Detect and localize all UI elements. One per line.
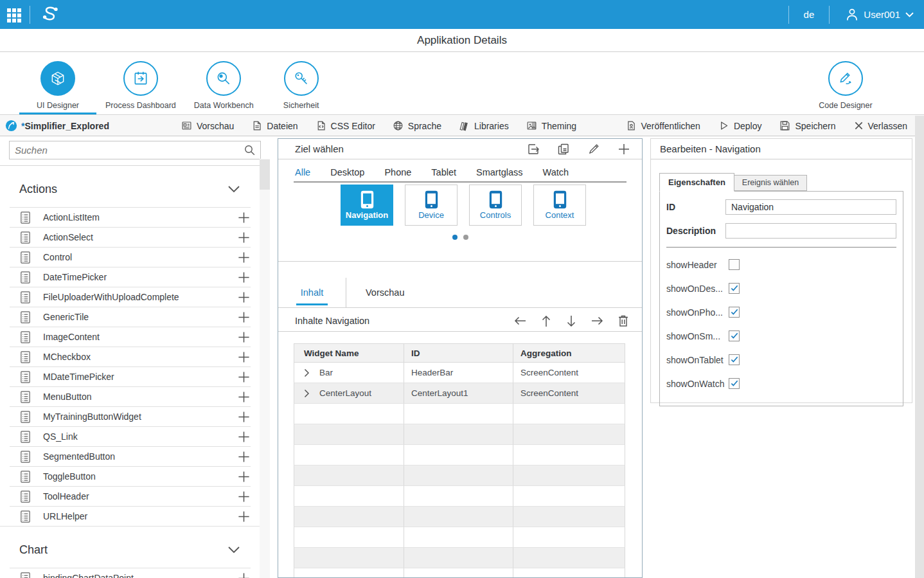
row-chevron-icon[interactable] (304, 368, 310, 377)
module-code-designer[interactable]: Code Designer (807, 52, 884, 114)
table-row-centerlayout1[interactable]: CenterLayoutCenterLayout1ScreenContent (294, 383, 625, 404)
add-widget-button[interactable] (237, 572, 251, 578)
checkbox-showontablet[interactable] (729, 354, 740, 365)
widget-item-control[interactable]: Control (10, 247, 251, 267)
screen-tile-navigation[interactable]: Navigation (341, 185, 393, 226)
widget-item-bindingchartdatapoint[interactable]: bindingChartDataPoint (10, 568, 251, 578)
module-sicherheit[interactable]: Sicherheit (263, 52, 340, 114)
module-process-dashboard[interactable]: Process Dashboard (96, 52, 185, 114)
move-right-icon[interactable] (591, 315, 604, 327)
table-row-empty[interactable] (294, 404, 625, 424)
table-row-empty[interactable] (294, 486, 625, 507)
search-icon[interactable] (244, 145, 255, 156)
widget-item-actionselect[interactable]: ActionSelect (10, 227, 251, 247)
palette-scrollbar-thumb[interactable] (260, 159, 270, 190)
add-widget-button[interactable] (237, 450, 251, 464)
device-tab-alle[interactable]: Alle (295, 167, 310, 181)
table-row-empty[interactable] (294, 527, 625, 548)
checkbox-showheader[interactable] (729, 259, 740, 270)
toolbar-ver-ffentlichen[interactable]: Veröffentlichen (626, 120, 700, 131)
search-input[interactable] (10, 145, 244, 156)
simplifier-logo-icon[interactable] (37, 5, 60, 24)
widget-item-toolheader[interactable]: ToolHeader (10, 486, 251, 506)
add-widget-button[interactable] (237, 430, 251, 444)
checkbox-showonpho[interactable] (729, 307, 740, 318)
palette-section-actions[interactable]: Actions (0, 166, 270, 207)
delete-trash-icon[interactable] (617, 314, 629, 327)
content-tab-vorschau[interactable]: Vorschau (346, 278, 423, 307)
widget-item-menubutton[interactable]: MenuButton (10, 386, 251, 406)
screen-tile-device[interactable]: Device (405, 185, 458, 226)
screen-tile-controls[interactable]: Controls (469, 185, 522, 226)
inspector-tab-eigenschaften[interactable]: Eigenschaften (659, 173, 734, 192)
palette-section-chart[interactable]: Chart (0, 527, 270, 568)
user-menu[interactable]: User001 (837, 8, 924, 21)
add-widget-button[interactable] (237, 271, 251, 284)
widget-item-qs-link[interactable]: QS_Link (10, 426, 251, 446)
content-tab-inhalt[interactable]: Inhalt (278, 278, 346, 307)
widget-item-actionlistitem[interactable]: ActionListItem (10, 207, 251, 227)
add-widget-button[interactable] (237, 231, 251, 244)
device-tab-tablet[interactable]: Tablet (431, 167, 456, 181)
toolbar-theming[interactable]: Theming (526, 120, 576, 131)
add-widget-button[interactable] (237, 251, 251, 264)
checkbox-showonwatch[interactable] (729, 378, 740, 389)
edit-pencil-icon[interactable] (587, 143, 600, 156)
add-widget-button[interactable] (237, 390, 251, 404)
app-launcher-grid-icon[interactable] (6, 6, 22, 23)
goto-screen-icon[interactable] (527, 143, 540, 156)
widget-item-mytrainingbuttonwidget[interactable]: MyTrainingButtonWidget (10, 406, 251, 426)
widget-item-togglebutton[interactable]: ToggleButton (10, 466, 251, 486)
widget-item-generictile[interactable]: GenericTile (10, 307, 251, 327)
language-selector[interactable]: de (796, 9, 822, 20)
widget-item-urlhelper[interactable]: URLHelper (10, 506, 251, 526)
table-row-headerbar[interactable]: BarHeaderBarScreenContent (294, 363, 625, 383)
add-widget-button[interactable] (237, 291, 251, 304)
widget-item-segmentedbutton[interactable]: SegmentedButton (10, 446, 251, 466)
checkbox-showonsm[interactable] (729, 330, 740, 341)
toolbar-sprache[interactable]: Sprache (393, 120, 441, 131)
module-data-workbench[interactable]: Data Workbench (185, 52, 263, 114)
table-row-empty[interactable] (294, 445, 625, 465)
add-widget-button[interactable] (237, 510, 251, 523)
widget-item-mdatetimepicker[interactable]: MDateTimePicker (10, 366, 251, 386)
add-widget-button[interactable] (237, 311, 251, 324)
table-row-empty[interactable] (294, 424, 625, 445)
module-ui-designer[interactable]: UI Designer (19, 52, 96, 114)
add-widget-button[interactable] (237, 211, 251, 224)
device-tab-desktop[interactable]: Desktop (330, 167, 364, 181)
table-row-empty[interactable] (294, 568, 625, 578)
add-widget-button[interactable] (237, 470, 251, 483)
toolbar-deploy[interactable]: Deploy (718, 120, 762, 131)
device-tab-smartglass[interactable]: Smartglass (476, 167, 523, 181)
widget-item-datetimepicker[interactable]: DateTimePicker (10, 267, 251, 287)
toolbar-dateien[interactable]: Dateien (251, 120, 298, 131)
toolbar-libraries[interactable]: Libraries (459, 120, 509, 131)
add-screen-icon[interactable] (617, 143, 630, 156)
toolbar-speichern[interactable]: Speichern (779, 120, 835, 131)
move-down-icon[interactable] (565, 314, 577, 328)
copy-screen-icon[interactable] (557, 143, 570, 156)
window-scrollbar[interactable] (915, 116, 924, 578)
inspector-tab-ereignis-w-hlen[interactable]: Ereignis wählen (734, 175, 807, 191)
field-input-description[interactable] (725, 223, 896, 239)
move-up-icon[interactable] (540, 314, 552, 328)
toolbar-css-editor[interactable]: CSS Editor (315, 120, 375, 131)
table-row-empty[interactable] (294, 465, 625, 486)
screen-tile-context[interactable]: Context (533, 185, 586, 226)
widget-item-fileuploaderwithuploadcomplete[interactable]: FileUploaderWithUploadComplete (10, 287, 251, 307)
widget-item-mcheckbox[interactable]: MCheckbox (10, 347, 251, 366)
add-widget-button[interactable] (237, 330, 251, 344)
table-row-empty[interactable] (294, 548, 625, 568)
pager-dot-1[interactable] (452, 235, 458, 240)
add-widget-button[interactable] (237, 370, 251, 384)
checkbox-showondes[interactable] (729, 283, 740, 294)
table-row-empty[interactable] (294, 507, 625, 527)
device-tab-watch[interactable]: Watch (543, 167, 569, 181)
toolbar-verlassen[interactable]: Verlassen (854, 120, 907, 131)
pager-dot-2[interactable] (463, 235, 468, 240)
field-input-id[interactable] (725, 199, 896, 215)
device-tab-phone[interactable]: Phone (384, 167, 411, 181)
add-widget-button[interactable] (237, 410, 251, 424)
toolbar-vorschau[interactable]: Vorschau (181, 120, 234, 131)
